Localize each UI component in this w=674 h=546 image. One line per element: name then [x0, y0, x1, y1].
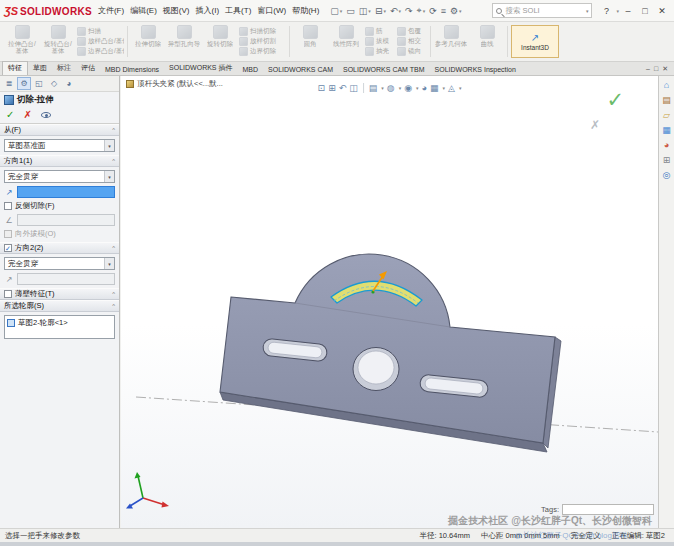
- document-tab[interactable]: 顶杆头夹紧 (默认<<...默...: [126, 79, 223, 89]
- tab-mbd-dimensions[interactable]: MBD Dimensions: [100, 65, 164, 75]
- minimize-button[interactable]: –: [620, 3, 636, 19]
- view-palette-icon[interactable]: ▦: [662, 126, 671, 135]
- zoom-fit-icon[interactable]: ⊡: [318, 84, 326, 93]
- direction-selection-box[interactable]: [17, 186, 115, 198]
- section-direction2-header[interactable]: ✓ 方向2(2) ^: [0, 242, 119, 254]
- section-thin-feature-header[interactable]: 薄壁特征(T) ^: [0, 288, 119, 300]
- new-button[interactable]: ▢▾: [329, 3, 343, 18]
- end-condition-combo-1[interactable]: 完全贯穿 ▾: [4, 170, 115, 183]
- draft-angle-icon[interactable]: ∠: [4, 216, 14, 225]
- swept-cut-button[interactable]: 扫描切除: [239, 26, 286, 36]
- wrap-button[interactable]: 包覆: [397, 26, 427, 36]
- menu-view[interactable]: 视图(V): [163, 5, 190, 16]
- search-box[interactable]: 搜索 SOLI ▾: [492, 3, 592, 18]
- center-hole[interactable]: [353, 348, 399, 391]
- graphics-area[interactable]: 顶杆头夹紧 (默认<<...默... ⊡ ⊞ ↶ ◫ ▤▾ ◍▾ ◉▾ ◕ ▦▾…: [121, 76, 658, 528]
- redo-button[interactable]: ↷: [404, 3, 414, 18]
- confirmation-corner-cancel[interactable]: ✗: [590, 118, 600, 132]
- previous-view-icon[interactable]: ↶: [339, 84, 347, 93]
- tab-sketch[interactable]: 草图: [28, 62, 52, 75]
- hide-show-items-icon[interactable]: ◉: [404, 84, 412, 93]
- lofted-cut-button[interactable]: 放样切割: [239, 36, 286, 46]
- flip-side-to-cut-row[interactable]: 反侧切除(F): [4, 201, 115, 211]
- curves-button[interactable]: 曲线: [470, 24, 504, 59]
- part-3d-model[interactable]: [220, 254, 561, 452]
- direction2-depth-field[interactable]: [17, 273, 115, 285]
- feature-tree-tab[interactable]: ≣: [2, 77, 16, 90]
- dimxpert-tab[interactable]: ◇: [47, 77, 61, 90]
- doc-close-button[interactable]: ✕: [662, 65, 668, 73]
- extruded-cut-button[interactable]: 拉伸切除: [131, 24, 165, 59]
- section-from-header[interactable]: 从(F) ^: [0, 124, 119, 136]
- view-orientation-icon[interactable]: ▤: [369, 84, 378, 93]
- menu-help[interactable]: 帮助(H): [292, 5, 319, 16]
- configuration-manager-tab[interactable]: ◱: [32, 77, 46, 90]
- revolved-boss-base-button[interactable]: 旋转凸台/基体: [41, 24, 75, 59]
- detailed-preview-eye-icon[interactable]: [41, 112, 51, 118]
- tab-solidworks-inspection[interactable]: SOLIDWORKS Inspection: [430, 65, 521, 75]
- confirmation-corner-ok[interactable]: ✓: [606, 88, 624, 112]
- display-style-icon[interactable]: ◍: [387, 84, 395, 93]
- edit-appearance-icon[interactable]: ◕: [422, 84, 427, 93]
- start-condition-combo[interactable]: 草图基准面 ▾: [4, 139, 115, 152]
- appearances-scenes-icon[interactable]: ◕: [664, 141, 669, 150]
- tab-mbd[interactable]: MBD: [237, 65, 263, 75]
- flip-direction-icon[interactable]: ↗: [4, 275, 14, 284]
- fillet-button[interactable]: 圆角: [293, 24, 327, 59]
- print-button[interactable]: ⊟▾: [374, 3, 387, 18]
- cancel-button[interactable]: ✗: [23, 109, 31, 120]
- view-settings-icon[interactable]: ◬: [448, 84, 455, 93]
- design-library-icon[interactable]: ▤: [662, 96, 671, 105]
- draft-button[interactable]: 拔模: [365, 36, 395, 46]
- intersect-button[interactable]: 相交: [397, 36, 427, 46]
- flip-side-checkbox[interactable]: [4, 202, 12, 210]
- ok-button[interactable]: ✓: [6, 109, 14, 120]
- tab-addins[interactable]: SOLIDWORKS 插件: [164, 62, 237, 75]
- mirror-button[interactable]: 镜向: [397, 47, 427, 57]
- options-button[interactable]: ⚙▾: [449, 3, 463, 18]
- end-condition-combo-2[interactable]: 完全贯穿 ▾: [4, 257, 115, 270]
- doc-minimize-button[interactable]: –: [646, 65, 650, 73]
- help-button[interactable]: ?: [598, 3, 614, 19]
- tab-evaluate[interactable]: 评估: [76, 62, 100, 75]
- swept-boss-button[interactable]: 扫描: [77, 26, 124, 36]
- instant3d-toggle[interactable]: ↗ Instant3D: [511, 25, 559, 58]
- undo-button[interactable]: ↶▾: [389, 3, 402, 18]
- rebuild-button[interactable]: ⟳: [428, 3, 438, 18]
- close-button[interactable]: ✕: [654, 3, 670, 19]
- shell-button[interactable]: 抽壳: [365, 47, 395, 57]
- zoom-area-icon[interactable]: ⊞: [328, 84, 336, 93]
- boundary-cut-button[interactable]: 边界切除: [239, 47, 286, 57]
- tab-solidworks-cam-tbm[interactable]: SOLIDWORKS CAM TBM: [338, 65, 430, 75]
- graphics-canvas[interactable]: [121, 76, 658, 528]
- section-contours-header[interactable]: 所选轮廓(S) ^: [0, 300, 119, 312]
- solidworks-forum-icon[interactable]: ◎: [663, 171, 671, 180]
- file-explorer-icon[interactable]: ▱: [663, 111, 670, 120]
- menu-edit[interactable]: 编辑(E): [130, 5, 157, 16]
- list-item[interactable]: 草图2-轮廓<1>: [7, 317, 112, 328]
- display-manager-tab[interactable]: ◕: [62, 77, 76, 90]
- extruded-boss-base-button[interactable]: 拉伸凸台/基体: [5, 24, 39, 59]
- menu-tools[interactable]: 工具(T): [225, 5, 251, 16]
- direction2-checkbox[interactable]: ✓: [4, 244, 12, 252]
- hole-wizard-button[interactable]: 异型孔向导: [167, 24, 201, 59]
- file-properties-button[interactable]: ≡: [440, 3, 447, 18]
- menu-window[interactable]: 窗口(W): [257, 5, 286, 16]
- revolved-cut-button[interactable]: 旋转切除: [203, 24, 237, 59]
- maximize-button[interactable]: □: [637, 3, 653, 19]
- draft-angle-field[interactable]: [17, 214, 115, 226]
- rib-button[interactable]: 筋: [365, 26, 395, 36]
- reference-geometry-button[interactable]: 参考几何体: [434, 24, 468, 59]
- menu-insert[interactable]: 插入(I): [196, 5, 220, 16]
- linear-pattern-button[interactable]: 线性阵列: [329, 24, 363, 59]
- doc-restore-button[interactable]: □: [654, 65, 658, 73]
- menu-file[interactable]: 文件(F): [98, 5, 124, 16]
- draft-outward-checkbox[interactable]: [4, 230, 12, 238]
- tab-solidworks-cam[interactable]: SOLIDWORKS CAM: [263, 65, 338, 75]
- select-button[interactable]: ⌖▾: [416, 3, 427, 18]
- property-manager-tab[interactable]: ⚙: [17, 77, 31, 90]
- tab-markup[interactable]: 标注: [52, 62, 76, 75]
- search-input[interactable]: 搜索 SOLI: [505, 6, 581, 16]
- save-button[interactable]: ◫▾: [358, 3, 372, 18]
- solidworks-resources-icon[interactable]: ⌂: [664, 81, 669, 90]
